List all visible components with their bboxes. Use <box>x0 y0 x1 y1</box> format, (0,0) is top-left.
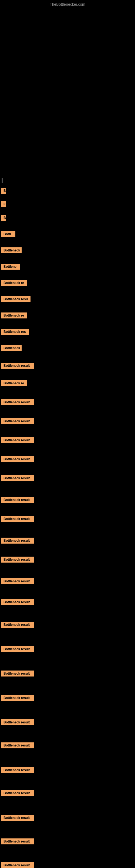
pipe-symbol: | <box>1 177 3 183</box>
result-item-b7: Bottleneck re <box>1 280 27 286</box>
result-item-b25: Bottleneck result <box>1 622 34 628</box>
result-item-b3: B <box>1 215 6 221</box>
result-badge-b23: Bottleneck result <box>1 578 34 584</box>
result-item-b29: Bottleneck result <box>1 719 34 725</box>
result-badge-b22: Bottleneck result <box>1 557 34 563</box>
result-item-b11: Bottleneck <box>1 345 21 351</box>
result-badge-b24: Bottleneck result <box>1 599 34 605</box>
result-item-b4: Bottl <box>1 231 15 237</box>
result-item-b16: Bottleneck result <box>1 437 34 443</box>
result-item-b30: Bottleneck result <box>1 742 34 748</box>
result-item-b34: Bottleneck result <box>1 838 34 844</box>
result-badge-b25: Bottleneck result <box>1 622 34 628</box>
result-item-b10: Bottleneck res <box>1 329 29 335</box>
result-badge-b14: Bottleneck result <box>1 399 34 405</box>
result-item-b24: Bottleneck result <box>1 599 34 605</box>
result-badge-b15: Bottleneck result <box>1 418 34 424</box>
result-badge-b30: Bottleneck result <box>1 742 34 748</box>
result-badge-b21: Bottleneck result <box>1 538 34 544</box>
result-badge-b27: Bottleneck result <box>1 671 34 677</box>
result-badge-b33: Bottleneck result <box>1 815 34 821</box>
result-badge-b3: B <box>1 215 6 221</box>
result-item-b27: Bottleneck result <box>1 671 34 677</box>
result-item-b14: Bottleneck result <box>1 399 34 405</box>
result-badge-b18: Bottleneck result <box>1 475 34 481</box>
result-item-b32: Bottleneck result <box>1 790 34 796</box>
result-badge-b10: Bottleneck res <box>1 329 29 335</box>
result-badge-b13: Bottleneck re <box>1 380 27 386</box>
result-item-b5: Bottleneck <box>1 247 21 253</box>
result-badge-b11: Bottleneck <box>1 345 21 351</box>
result-badge-b9: Bottleneck re <box>1 312 27 318</box>
result-item-b23: Bottleneck result <box>1 578 34 584</box>
result-item-b9: Bottleneck re <box>1 312 27 318</box>
site-title: TheBottlenecker.com <box>0 0 135 9</box>
result-badge-b17: Bottleneck result <box>1 456 34 462</box>
result-item-b31: Bottleneck result <box>1 767 34 773</box>
result-badge-b20: Bottleneck result <box>1 516 34 522</box>
result-item-b2: E <box>1 201 6 207</box>
result-item-b15: Bottleneck result <box>1 418 34 424</box>
result-badge-b28: Bottleneck result <box>1 695 34 701</box>
result-badge-b31: Bottleneck result <box>1 767 34 773</box>
result-badge-b26: Bottleneck result <box>1 646 34 652</box>
main-content: | BEBBottlBottleneckBottleneBottleneck r… <box>0 9 135 868</box>
result-badge-b8: Bottleneck resu <box>1 296 31 302</box>
result-badge-b4: Bottl <box>1 231 15 237</box>
result-badge-b2: E <box>1 201 6 207</box>
result-item-b6: Bottlene <box>1 264 20 270</box>
result-item-b33: Bottleneck result <box>1 815 34 821</box>
result-badge-b12: Bottleneck result <box>1 363 34 369</box>
result-badge-b16: Bottleneck result <box>1 437 34 443</box>
result-item-b28: Bottleneck result <box>1 695 34 701</box>
result-item-b20: Bottleneck result <box>1 516 34 522</box>
result-badge-b35: Bottleneck result <box>1 862 34 868</box>
result-item-b8: Bottleneck resu <box>1 296 31 302</box>
result-item-b26: Bottleneck result <box>1 646 34 652</box>
result-badge-b5: Bottleneck <box>1 247 21 253</box>
result-badge-b6: Bottlene <box>1 264 20 270</box>
result-badge-b7: Bottleneck re <box>1 280 27 286</box>
result-item-b1: B <box>1 188 6 194</box>
result-badge-b34: Bottleneck result <box>1 838 34 844</box>
result-item-b12: Bottleneck result <box>1 363 34 369</box>
result-item-b13: Bottleneck re <box>1 380 27 386</box>
result-item-b17: Bottleneck result <box>1 456 34 462</box>
result-badge-b19: Bottleneck result <box>1 497 34 503</box>
result-item-b21: Bottleneck result <box>1 538 34 544</box>
result-item-b18: Bottleneck result <box>1 475 34 481</box>
result-item-b19: Bottleneck result <box>1 497 34 503</box>
result-item-b35: Bottleneck result <box>1 862 34 868</box>
result-badge-b32: Bottleneck result <box>1 790 34 796</box>
result-item-b22: Bottleneck result <box>1 557 34 563</box>
result-badge-b29: Bottleneck result <box>1 719 34 725</box>
result-badge-b1: B <box>1 188 6 194</box>
